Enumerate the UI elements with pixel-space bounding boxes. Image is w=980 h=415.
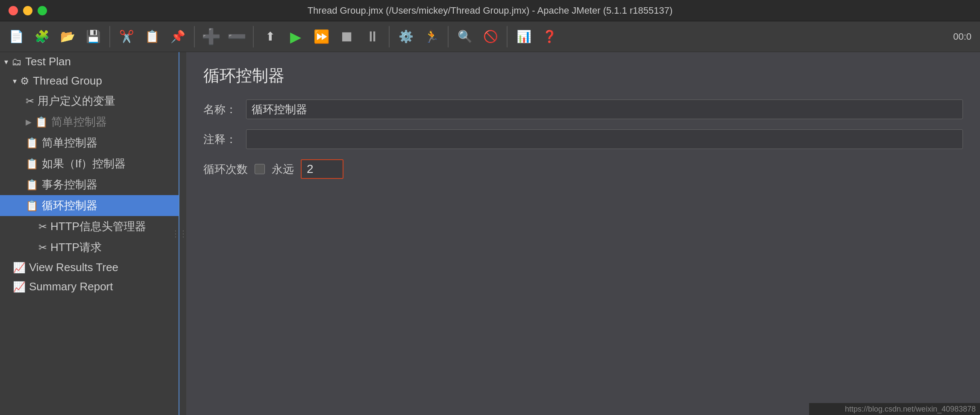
arrow-icon: ▾ [13, 76, 17, 86]
templates-button[interactable]: 🧩 [30, 25, 54, 49]
maximize-button[interactable] [38, 6, 47, 15]
if-ctrl-icon: 📋 [26, 158, 38, 170]
sidebar-item-label: Summary Report [29, 280, 113, 293]
arrow-icon: ▶ [26, 117, 32, 127]
move-up-button[interactable]: ⬆ [258, 25, 282, 49]
window-title: Thread Group.jmx (/Users/mickey/Thread G… [308, 5, 673, 16]
toolbar: 📄 🧩 📂 💾 ✂️ 📋 📌 ➕ ➖ ⬆ ▶ ⏩ ⏹ ⏸ ⚙️ 🏃 🔍 🚫 📊 … [0, 21, 980, 52]
sidebar-item-label: Thread Group [33, 74, 102, 88]
sidebar-item-thread-group[interactable]: ▾ ⚙ Thread Group [0, 71, 179, 91]
sep2 [194, 26, 195, 47]
remote-stop-button[interactable]: 🏃 [420, 25, 443, 49]
content-title: 循环控制器 [203, 65, 963, 87]
title-bar: Thread Group.jmx (/Users/mickey/Thread G… [0, 0, 980, 21]
forever-label: 永远 [272, 162, 294, 177]
loop-ctrl-icon: 📋 [26, 200, 38, 212]
sep6 [507, 26, 508, 47]
sep1 [109, 26, 110, 47]
stop-now-button[interactable]: ⏸ [361, 25, 384, 49]
sidebar-item-label: View Results Tree [29, 261, 118, 274]
sidebar-item-label: HTTP信息头管理器 [50, 219, 146, 234]
add-button[interactable]: ➕ [199, 25, 223, 49]
sidebar-item-label: 如果（If）控制器 [42, 156, 126, 171]
open-button[interactable]: 📂 [56, 25, 79, 49]
sep5 [448, 26, 449, 47]
loop-count-input[interactable] [301, 159, 343, 179]
forever-checkbox[interactable] [255, 164, 265, 174]
content-area: 循环控制器 名称： 注释： 循环次数 永远 [186, 52, 980, 415]
timer-display: 00:0 [953, 31, 976, 42]
name-label: 名称： [203, 102, 238, 117]
http-header-icon: ✂ [38, 221, 47, 233]
sidebar-item-view-results-tree[interactable]: 📈 View Results Tree [0, 258, 179, 277]
paste-button[interactable]: 📌 [166, 25, 190, 49]
status-url: https://blog.csdn.net/weixin_40983878 [845, 405, 976, 414]
save-button[interactable]: 💾 [81, 25, 105, 49]
comment-label: 注释： [203, 132, 238, 147]
sidebar-item-http-request[interactable]: ✂ HTTP请求 [0, 237, 179, 258]
test-plan-icon: 🗂 [12, 56, 22, 68]
start-button[interactable]: ▶ [284, 25, 308, 49]
simple-ctrl-icon: 📋 [35, 116, 48, 128]
window-controls [9, 6, 47, 15]
main-layout: ▾ 🗂 Test Plan ▾ ⚙ Thread Group ✂ 用户定义的变量… [0, 52, 980, 415]
sidebar-item-loop-ctrl[interactable]: 📋 循环控制器 [0, 195, 179, 216]
sep4 [389, 26, 390, 47]
sidebar-divider[interactable]: ⋮⋮⋮ [179, 52, 186, 415]
view-results-icon: 📈 [13, 262, 26, 274]
close-button[interactable] [9, 6, 18, 15]
sidebar-item-label: Test Plan [25, 55, 71, 68]
thread-group-icon: ⚙ [20, 75, 29, 87]
start-no-pauses-button[interactable]: ⏩ [309, 25, 333, 49]
sidebar-item-simple-ctrl-2[interactable]: 📋 简单控制器 [0, 132, 179, 153]
sidebar-item-label: 事务控制器 [42, 177, 97, 192]
search-button[interactable]: 🔍 [453, 25, 477, 49]
name-row: 名称： [203, 99, 963, 119]
arrow-icon: ▾ [4, 57, 8, 67]
loop-count-label: 循环次数 [203, 162, 248, 177]
sidebar-item-transaction-ctrl[interactable]: 📋 事务控制器 [0, 174, 179, 195]
sidebar-item-label: 用户定义的变量 [38, 94, 115, 108]
http-request-icon: ✂ [38, 242, 47, 254]
status-bar: https://blog.csdn.net/weixin_40983878 [809, 403, 980, 415]
sidebar-item-label: 简单控制器 [42, 135, 97, 150]
help-button[interactable]: ❓ [537, 25, 561, 49]
transaction-ctrl-icon: 📋 [26, 179, 38, 191]
summary-report-icon: 📈 [13, 281, 26, 293]
simple-ctrl2-icon: 📋 [26, 137, 38, 149]
remove-button[interactable]: ➖ [225, 25, 249, 49]
sidebar-item-label: HTTP请求 [50, 240, 102, 255]
sidebar-item-http-header[interactable]: ✂ HTTP信息头管理器 [0, 216, 179, 237]
clear-button[interactable]: 🚫 [478, 25, 502, 49]
sidebar-item-summary-report[interactable]: 📈 Summary Report [0, 277, 179, 296]
copy-button[interactable]: 📋 [140, 25, 164, 49]
sidebar-item-label: 简单控制器 [51, 114, 107, 129]
sidebar: ▾ 🗂 Test Plan ▾ ⚙ Thread Group ✂ 用户定义的变量… [0, 52, 179, 415]
comment-row: 注释： [203, 129, 963, 149]
remote-start-button[interactable]: ⚙️ [394, 25, 418, 49]
sidebar-item-user-vars[interactable]: ✂ 用户定义的变量 [0, 91, 179, 111]
function-helper-button[interactable]: 📊 [512, 25, 536, 49]
cut-button[interactable]: ✂️ [114, 25, 138, 49]
sidebar-item-label: 循环控制器 [42, 198, 97, 213]
comment-input[interactable] [246, 129, 963, 149]
loop-count-row: 循环次数 永远 [203, 159, 963, 179]
sidebar-item-if-ctrl[interactable]: 📋 如果（If）控制器 [0, 153, 179, 174]
sidebar-item-simple-ctrl-1[interactable]: ▶ 📋 简单控制器 [0, 111, 179, 132]
stop-button[interactable]: ⏹ [335, 25, 359, 49]
name-input[interactable] [246, 99, 963, 119]
sidebar-item-test-plan[interactable]: ▾ 🗂 Test Plan [0, 52, 179, 71]
sep3 [253, 26, 254, 47]
minimize-button[interactable] [23, 6, 32, 15]
user-vars-icon: ✂ [26, 95, 34, 107]
new-button[interactable]: 📄 [4, 25, 28, 49]
